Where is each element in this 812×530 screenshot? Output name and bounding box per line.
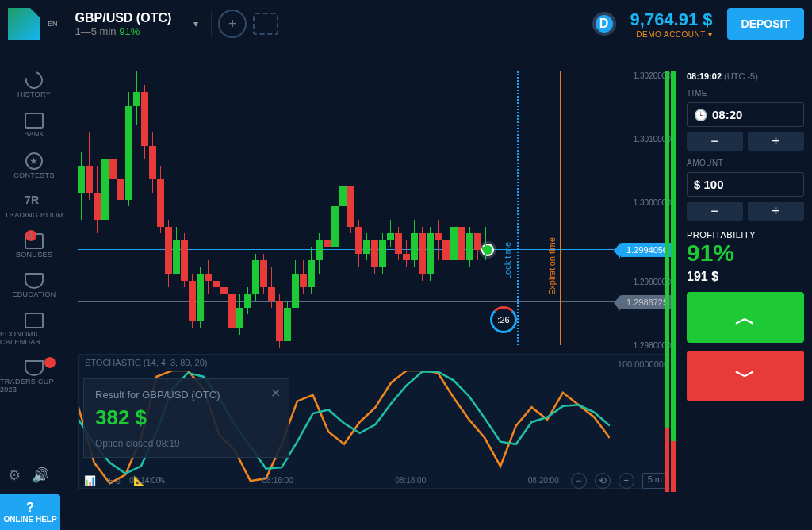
language-selector[interactable]: EN <box>46 18 59 29</box>
result-toast: ✕ Result for GBP/USD (OTC) 382 $ Option … <box>83 378 289 458</box>
left-nav: HISTORY BANK ★CONTESTS 7RTRADING ROOM 1B… <box>0 71 68 394</box>
trade-panel: 08:19:02 (UTC -5) TIME 🕒08:20 − + AMOUNT… <box>687 71 804 401</box>
indicator-panel[interactable]: STOCHASTIC (14, 4, 3, 80, 20) 100.000000… <box>78 354 674 489</box>
help-button[interactable]: ? ONLINE HELP <box>0 494 60 530</box>
reset-zoom-icon[interactable]: ⟲ <box>595 473 611 489</box>
profitability-block: PROFITABILITY 91% 191 $ <box>687 230 804 284</box>
time-label: TIME <box>687 89 804 98</box>
instrument-subtitle: 1—5 min 91% <box>75 25 172 37</box>
chart-toolbar: 📊 5 s 📐 ✎ − ⟲ + 5 m <box>78 470 674 492</box>
nav-contests[interactable]: ★CONTESTS <box>13 152 54 179</box>
chevron-down-icon[interactable]: ▾ <box>193 18 198 29</box>
chevron-up-icon: ︿ <box>735 304 756 332</box>
wallet-icon <box>25 113 44 129</box>
tr-icon: 7R <box>25 194 44 209</box>
add-tab-button[interactable]: + <box>218 10 247 38</box>
history-icon <box>22 68 46 92</box>
balance-amount: 9,764.91 $ <box>630 10 713 30</box>
nav-traders-cup[interactable]: TRADERS CUP 2023 <box>0 360 68 394</box>
profit-percent: 91% <box>687 240 804 267</box>
badge: 1 <box>25 230 36 241</box>
lock-time-line <box>517 71 519 345</box>
nav-trading-room[interactable]: 7RTRADING ROOM <box>5 194 64 219</box>
deposit-button[interactable]: DEPOSIT <box>727 8 804 40</box>
indicator-title: STOCHASTIC (14, 4, 3, 80, 20) <box>85 358 207 367</box>
amount-plus-button[interactable]: + <box>748 202 804 221</box>
time-plus-button[interactable]: + <box>748 132 804 151</box>
sentiment-bar <box>665 71 669 492</box>
app-logo[interactable] <box>8 8 40 40</box>
zoom-in-icon[interactable]: + <box>619 473 634 489</box>
call-button[interactable]: ︿ <box>687 292 804 343</box>
calendar-icon <box>25 313 44 328</box>
zoom-out-icon[interactable]: − <box>571 473 587 489</box>
result-heading: Result for GBP/USD (OTC) <box>95 389 278 401</box>
nav-bottom: ⚙ 🔊 <box>8 467 49 484</box>
candlesticks <box>78 71 506 341</box>
amount-label: AMOUNT <box>687 159 804 167</box>
trophy-icon <box>25 360 44 376</box>
profit-value: 191 $ <box>687 270 804 284</box>
nav-bonuses[interactable]: 1BONUSES <box>16 233 52 259</box>
account-label: DEMO ACCOUNT ▾ <box>630 30 713 39</box>
drawing-icon[interactable]: ✎ <box>158 475 166 486</box>
nav-calendar[interactable]: ECONOMIC CALENDAR <box>0 313 68 346</box>
badge-dot <box>44 357 56 368</box>
time-input[interactable]: 🕒08:20 <box>687 102 804 127</box>
instrument-name: GBP/USD (OTC) <box>75 11 172 25</box>
price-chart[interactable]: 1.3020000 1.3010000 1.3000000 1.2990000 … <box>78 71 674 345</box>
top-bar: EN GBP/USD (OTC) 1—5 min 91% ▾ + D 9,764… <box>0 0 812 48</box>
nav-bank[interactable]: BANK <box>24 113 44 138</box>
layout-button[interactable] <box>253 13 278 35</box>
expiration-line <box>560 71 561 345</box>
chart-type-icon[interactable]: 📊 <box>84 475 96 486</box>
close-icon[interactable]: ✕ <box>270 386 281 401</box>
server-time: 08:19:02 (UTC -5) <box>687 71 804 81</box>
balance-block[interactable]: 9,764.91 $ DEMO ACCOUNT ▾ <box>622 10 721 39</box>
settings-icon[interactable]: ⚙ <box>8 467 21 484</box>
result-value: 382 $ <box>95 405 278 430</box>
sound-icon[interactable]: 🔊 <box>32 467 49 484</box>
time-minus-button[interactable]: − <box>687 132 743 151</box>
put-button[interactable]: ﹀ <box>687 351 804 401</box>
candle-interval[interactable]: 5 s <box>109 476 121 486</box>
clock-icon: 🕒 <box>694 109 707 121</box>
indicators-icon[interactable]: 📐 <box>133 475 145 486</box>
amount-input[interactable]: $ 100 <box>687 172 804 197</box>
star-icon: ★ <box>25 152 43 170</box>
nav-history[interactable]: HISTORY <box>17 71 51 98</box>
instrument-selector[interactable]: GBP/USD (OTC) 1—5 min 91% <box>66 11 182 37</box>
nav-education[interactable]: EDUCATION <box>12 273 56 298</box>
result-sub: Option closed 08:19 <box>95 438 278 449</box>
chart-area: 1.3020000 1.3010000 1.3000000 1.2990000 … <box>78 71 674 492</box>
chevron-down-icon: ﹀ <box>735 363 756 390</box>
expiration-label: Expiration time <box>547 237 557 295</box>
amount-minus-button[interactable]: − <box>687 202 743 221</box>
graduation-icon <box>25 273 44 289</box>
divider <box>211 10 212 38</box>
account-badge[interactable]: D <box>592 12 616 36</box>
indicator-value: 100.0000000 <box>618 359 668 369</box>
